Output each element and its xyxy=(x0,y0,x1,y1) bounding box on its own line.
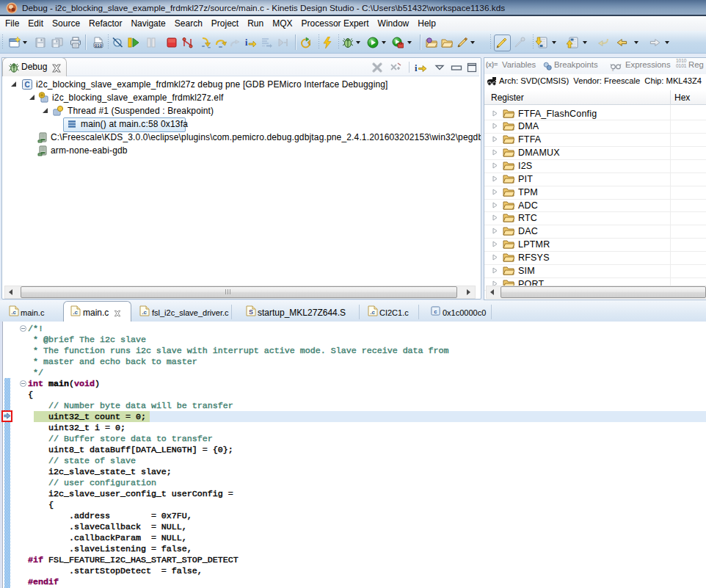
svg-text:.c: .c xyxy=(11,309,16,316)
svg-text:i: i xyxy=(245,37,248,48)
svg-text:c: c xyxy=(434,308,437,315)
svg-text:.c: .c xyxy=(142,309,147,316)
svg-text:x: x xyxy=(612,68,614,71)
svg-text:i: i xyxy=(415,63,418,73)
svg-text:S: S xyxy=(249,308,253,316)
svg-text:.c: .c xyxy=(370,309,375,316)
svg-text:.c: .c xyxy=(73,309,78,316)
svg-text:C: C xyxy=(24,81,29,89)
svg-text:010: 010 xyxy=(95,43,103,48)
